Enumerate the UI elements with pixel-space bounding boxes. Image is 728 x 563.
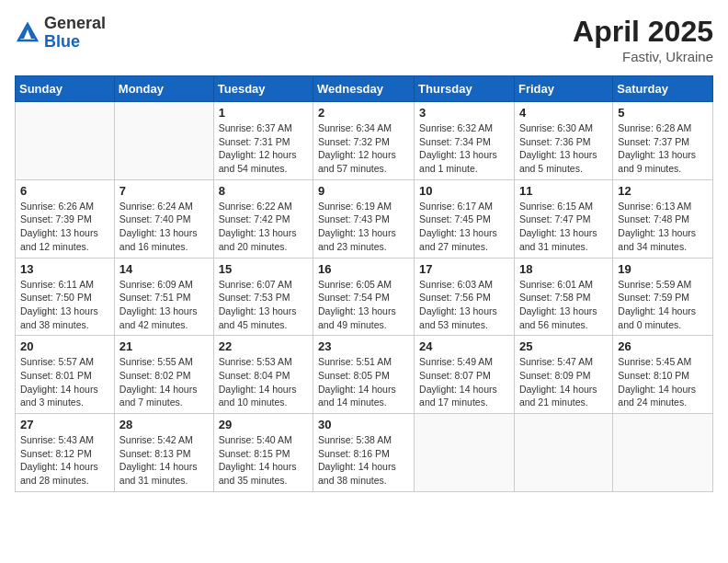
calendar-cell: 10Sunrise: 6:17 AM Sunset: 7:45 PM Dayli… <box>415 179 515 258</box>
calendar-cell: 22Sunrise: 5:53 AM Sunset: 8:04 PM Dayli… <box>213 336 313 414</box>
day-info: Sunrise: 5:55 AM Sunset: 8:02 PM Dayligh… <box>119 355 209 409</box>
calendar-cell: 3Sunrise: 6:32 AM Sunset: 7:34 PM Daylig… <box>415 102 515 180</box>
day-number: 28 <box>119 418 209 431</box>
day-info: Sunrise: 6:11 AM Sunset: 7:50 PM Dayligh… <box>20 278 109 332</box>
day-number: 19 <box>618 262 708 276</box>
day-info: Sunrise: 6:28 AM Sunset: 7:37 PM Dayligh… <box>618 121 708 176</box>
day-info: Sunrise: 5:47 AM Sunset: 8:09 PM Dayligh… <box>519 355 608 409</box>
title-block: April 2025 Fastiv, Ukraine <box>573 15 713 64</box>
day-number: 27 <box>20 418 109 431</box>
location: Fastiv, Ukraine <box>573 49 713 64</box>
day-number: 4 <box>519 106 608 120</box>
calendar-week-row: 20Sunrise: 5:57 AM Sunset: 8:01 PM Dayli… <box>16 336 713 414</box>
day-number: 16 <box>318 262 409 276</box>
day-info: Sunrise: 5:43 AM Sunset: 8:12 PM Dayligh… <box>20 433 109 488</box>
day-number: 3 <box>419 106 509 120</box>
day-number: 6 <box>20 184 109 198</box>
logo: General Blue <box>15 15 106 52</box>
day-number: 11 <box>519 184 608 198</box>
calendar-cell: 2Sunrise: 6:34 AM Sunset: 7:32 PM Daylig… <box>313 102 415 180</box>
day-number: 10 <box>419 184 509 198</box>
calendar-cell: 5Sunrise: 6:28 AM Sunset: 7:37 PM Daylig… <box>613 102 713 180</box>
day-info: Sunrise: 5:38 AM Sunset: 8:16 PM Dayligh… <box>318 433 409 488</box>
day-number: 9 <box>318 184 409 198</box>
day-number: 26 <box>618 339 708 353</box>
day-number: 24 <box>419 339 509 353</box>
day-number: 1 <box>219 106 308 120</box>
calendar-cell: 6Sunrise: 6:26 AM Sunset: 7:39 PM Daylig… <box>16 179 115 258</box>
day-number: 8 <box>219 184 308 198</box>
logo-general: General <box>44 15 106 33</box>
day-number: 18 <box>519 262 608 276</box>
calendar-table: SundayMondayTuesdayWednesdayThursdayFrid… <box>15 75 713 492</box>
weekday-header: Friday <box>514 76 612 102</box>
calendar-cell <box>613 414 713 492</box>
day-info: Sunrise: 6:30 AM Sunset: 7:36 PM Dayligh… <box>519 121 608 176</box>
day-info: Sunrise: 6:19 AM Sunset: 7:43 PM Dayligh… <box>318 200 409 254</box>
day-info: Sunrise: 6:07 AM Sunset: 7:53 PM Dayligh… <box>219 278 308 332</box>
day-number: 22 <box>219 339 308 353</box>
day-number: 7 <box>119 184 209 198</box>
logo-blue: Blue <box>44 33 106 52</box>
calendar-cell: 13Sunrise: 6:11 AM Sunset: 7:50 PM Dayli… <box>16 258 115 336</box>
weekday-header: Sunday <box>16 76 115 102</box>
weekday-header: Saturday <box>613 76 713 102</box>
weekday-header: Wednesday <box>313 76 415 102</box>
day-info: Sunrise: 6:09 AM Sunset: 7:51 PM Dayligh… <box>119 278 209 332</box>
day-number: 12 <box>618 184 708 198</box>
day-number: 5 <box>618 106 708 120</box>
calendar-cell: 20Sunrise: 5:57 AM Sunset: 8:01 PM Dayli… <box>16 336 115 414</box>
calendar-cell: 26Sunrise: 5:45 AM Sunset: 8:10 PM Dayli… <box>613 336 713 414</box>
day-info: Sunrise: 5:51 AM Sunset: 8:05 PM Dayligh… <box>318 355 409 409</box>
calendar-cell: 14Sunrise: 6:09 AM Sunset: 7:51 PM Dayli… <box>114 258 213 336</box>
calendar-cell: 9Sunrise: 6:19 AM Sunset: 7:43 PM Daylig… <box>313 179 415 258</box>
day-number: 17 <box>419 262 509 276</box>
day-info: Sunrise: 5:42 AM Sunset: 8:13 PM Dayligh… <box>119 433 209 488</box>
weekday-header: Tuesday <box>213 76 313 102</box>
calendar-cell: 30Sunrise: 5:38 AM Sunset: 8:16 PM Dayli… <box>313 414 415 492</box>
calendar-cell: 27Sunrise: 5:43 AM Sunset: 8:12 PM Dayli… <box>16 414 115 492</box>
day-number: 14 <box>119 262 209 276</box>
calendar-cell: 29Sunrise: 5:40 AM Sunset: 8:15 PM Dayli… <box>213 414 313 492</box>
day-number: 2 <box>318 106 409 120</box>
day-info: Sunrise: 5:40 AM Sunset: 8:15 PM Dayligh… <box>219 433 308 488</box>
calendar-cell: 19Sunrise: 5:59 AM Sunset: 7:59 PM Dayli… <box>613 258 713 336</box>
day-info: Sunrise: 5:45 AM Sunset: 8:10 PM Dayligh… <box>618 355 708 409</box>
calendar-cell: 21Sunrise: 5:55 AM Sunset: 8:02 PM Dayli… <box>114 336 213 414</box>
calendar-cell: 17Sunrise: 6:03 AM Sunset: 7:56 PM Dayli… <box>415 258 515 336</box>
day-number: 20 <box>20 339 109 353</box>
day-info: Sunrise: 6:24 AM Sunset: 7:40 PM Dayligh… <box>119 200 209 254</box>
day-info: Sunrise: 5:53 AM Sunset: 8:04 PM Dayligh… <box>219 355 308 409</box>
day-number: 30 <box>318 418 409 431</box>
calendar-cell: 24Sunrise: 5:49 AM Sunset: 8:07 PM Dayli… <box>415 336 515 414</box>
page-header: General Blue April 2025 Fastiv, Ukraine <box>15 15 713 64</box>
calendar-cell: 25Sunrise: 5:47 AM Sunset: 8:09 PM Dayli… <box>514 336 612 414</box>
day-info: Sunrise: 6:26 AM Sunset: 7:39 PM Dayligh… <box>20 200 109 254</box>
logo-text: General Blue <box>44 15 106 52</box>
calendar-cell: 16Sunrise: 6:05 AM Sunset: 7:54 PM Dayli… <box>313 258 415 336</box>
day-info: Sunrise: 6:05 AM Sunset: 7:54 PM Dayligh… <box>318 278 409 332</box>
calendar-cell: 11Sunrise: 6:15 AM Sunset: 7:47 PM Dayli… <box>514 179 612 258</box>
calendar-cell: 28Sunrise: 5:42 AM Sunset: 8:13 PM Dayli… <box>114 414 213 492</box>
day-info: Sunrise: 5:49 AM Sunset: 8:07 PM Dayligh… <box>419 355 509 409</box>
day-info: Sunrise: 6:01 AM Sunset: 7:58 PM Dayligh… <box>519 278 608 332</box>
calendar-cell <box>114 102 213 180</box>
weekday-header: Monday <box>114 76 213 102</box>
day-info: Sunrise: 6:03 AM Sunset: 7:56 PM Dayligh… <box>419 278 509 332</box>
calendar-cell: 15Sunrise: 6:07 AM Sunset: 7:53 PM Dayli… <box>213 258 313 336</box>
day-info: Sunrise: 5:59 AM Sunset: 7:59 PM Dayligh… <box>618 278 708 332</box>
calendar-cell: 12Sunrise: 6:13 AM Sunset: 7:48 PM Dayli… <box>613 179 713 258</box>
logo-icon <box>15 20 40 46</box>
day-info: Sunrise: 6:34 AM Sunset: 7:32 PM Dayligh… <box>318 121 409 176</box>
day-number: 15 <box>219 262 308 276</box>
calendar-week-row: 1Sunrise: 6:37 AM Sunset: 7:31 PM Daylig… <box>16 102 713 180</box>
calendar-cell: 18Sunrise: 6:01 AM Sunset: 7:58 PM Dayli… <box>514 258 612 336</box>
day-number: 13 <box>20 262 109 276</box>
calendar-cell <box>16 102 115 180</box>
calendar-cell <box>415 414 515 492</box>
day-info: Sunrise: 6:13 AM Sunset: 7:48 PM Dayligh… <box>618 200 708 254</box>
calendar-cell: 7Sunrise: 6:24 AM Sunset: 7:40 PM Daylig… <box>114 179 213 258</box>
day-info: Sunrise: 5:57 AM Sunset: 8:01 PM Dayligh… <box>20 355 109 409</box>
calendar-cell: 4Sunrise: 6:30 AM Sunset: 7:36 PM Daylig… <box>514 102 612 180</box>
month-title: April 2025 <box>573 15 713 49</box>
